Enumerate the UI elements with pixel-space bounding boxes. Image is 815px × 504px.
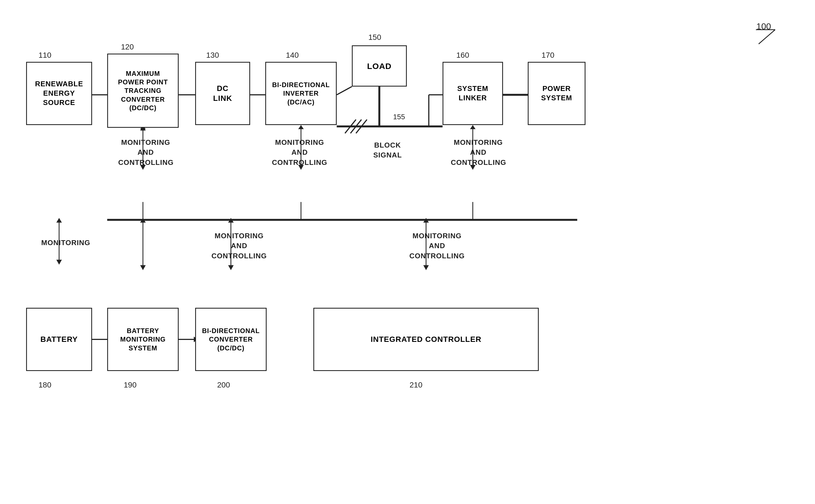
label-monitoring-160: MONITORINGANDCONTROLLING	[451, 137, 506, 167]
svg-line-9	[350, 120, 361, 133]
box-system-linker: SYSTEMLINKER	[443, 62, 503, 125]
svg-marker-40	[423, 218, 429, 223]
box-battery: BATTERY	[26, 308, 92, 371]
svg-marker-25	[298, 125, 304, 129]
svg-line-10	[356, 120, 367, 133]
svg-marker-37	[228, 218, 234, 223]
box-renewable-energy: RENEWABLEENERGYSOURCE	[26, 62, 92, 125]
svg-marker-27	[470, 125, 476, 129]
ref-150: 150	[368, 33, 381, 42]
svg-marker-31	[56, 218, 62, 223]
ref-140: 140	[286, 51, 299, 60]
label-monitoring-140: MONITORINGANDCONTROLLING	[269, 137, 330, 167]
ref-170: 170	[542, 51, 554, 60]
label-monitoring-180: MONITORING	[41, 238, 85, 248]
svg-marker-33	[140, 265, 146, 270]
svg-line-5	[337, 87, 352, 95]
label-monitoring-120: MONITORINGANDCONTROLLING	[118, 137, 173, 167]
label-monitoring-210: MONITORINGANDCONTROLLING	[407, 231, 467, 261]
box-integrated-controller: INTEGRATED CONTROLLER	[313, 308, 539, 371]
ref-155: 155	[393, 113, 405, 121]
ref-200: 200	[217, 381, 230, 389]
ref-130: 130	[206, 51, 219, 60]
svg-marker-39	[423, 265, 429, 270]
box-bi-directional-converter: BI-DIRECTIONALCONVERTER(DC/DC)	[195, 308, 267, 371]
box-load: LOAD	[352, 45, 407, 87]
ref-180: 180	[38, 381, 51, 389]
box-power-system: POWERSYSTEM	[528, 62, 585, 125]
box-mppt-converter: MAXIMUMPOWER POINTTRACKINGCONVERTER(DC/D…	[107, 54, 179, 128]
ref-210: 210	[410, 381, 422, 389]
box-battery-monitoring: BATTERYMONITORINGSYSTEM	[107, 308, 179, 371]
svg-marker-34	[140, 218, 146, 223]
svg-marker-30	[56, 260, 62, 265]
svg-line-8	[345, 120, 356, 133]
svg-marker-36	[228, 265, 234, 270]
label-block-signal: BLOCKSIGNAL	[366, 140, 410, 160]
box-bi-directional-inverter: BI-DIRECTIONALINVERTER(DC/AC)	[265, 62, 337, 125]
box-dc-link: DCLINK	[195, 62, 250, 125]
ref-110: 110	[38, 51, 51, 60]
ref-190: 190	[124, 381, 137, 389]
svg-line-1	[759, 30, 775, 44]
label-monitoring-200: MONITORINGANDCONTROLLING	[209, 231, 269, 261]
ref-100: 100	[756, 21, 771, 32]
ref-120: 120	[121, 43, 134, 51]
diagram-container: 100	[0, 0, 815, 504]
ref-160: 160	[456, 51, 469, 60]
